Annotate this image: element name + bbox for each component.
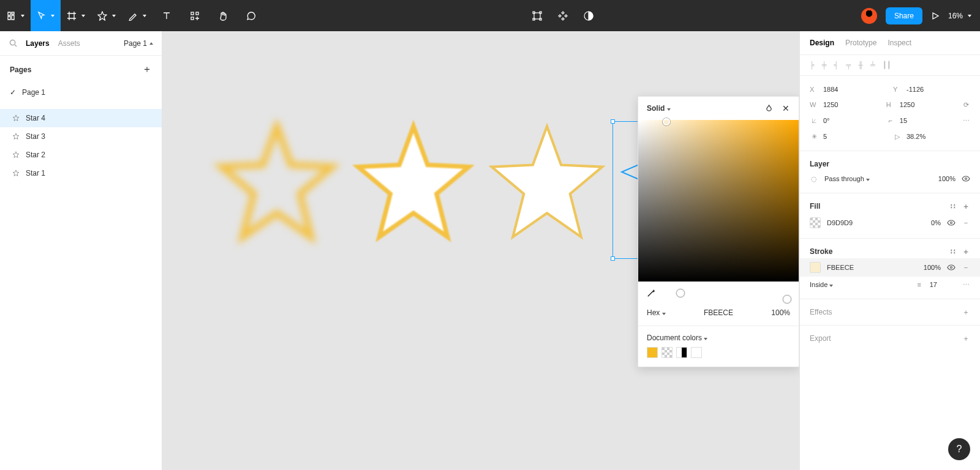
svg-rect-2 xyxy=(191,17,194,20)
left-panel: Layers Assets Page 1 Pages ＋ ✓Page 1 Sta… xyxy=(0,31,162,470)
stroke-hex-input[interactable]: FBEECE xyxy=(827,264,854,271)
stroke-swatch[interactable] xyxy=(810,262,821,273)
move-tool-button[interactable] xyxy=(31,0,61,31)
hand-tool-button[interactable] xyxy=(209,0,237,31)
svg-point-11 xyxy=(951,222,952,223)
stroke-visibility-icon[interactable] xyxy=(947,263,956,272)
stroke-opacity-input[interactable]: 100% xyxy=(924,264,941,271)
tab-assets[interactable]: Assets xyxy=(58,39,80,48)
canvas-star-3[interactable] xyxy=(483,120,611,248)
add-fill-icon[interactable]: ＋ xyxy=(962,203,970,211)
stroke-more-icon[interactable]: ⋯ xyxy=(962,280,970,289)
h-input[interactable]: 1250 xyxy=(900,101,944,108)
page-item[interactable]: ✓Page 1 xyxy=(0,83,162,102)
layer-item[interactable]: Star 3 xyxy=(0,127,162,146)
help-button[interactable]: ? xyxy=(948,438,970,460)
avatar[interactable] xyxy=(861,8,877,24)
doc-swatch[interactable] xyxy=(662,347,673,358)
frame-tool-button[interactable] xyxy=(61,0,91,31)
y-input[interactable]: -1126 xyxy=(907,86,951,93)
shape-tool-button[interactable] xyxy=(91,0,122,31)
points-input[interactable]: 5 xyxy=(823,133,867,140)
canvas-star-2[interactable] xyxy=(349,120,478,248)
tab-prototype[interactable]: Prototype xyxy=(845,39,876,47)
constrain-icon[interactable]: ⟳ xyxy=(963,100,970,109)
fill-style-icon[interactable]: ∷ xyxy=(949,202,957,211)
tab-design[interactable]: Design xyxy=(810,39,834,47)
add-effect-icon[interactable]: ＋ xyxy=(962,308,970,316)
doc-colors-label[interactable]: Document colors xyxy=(647,334,707,342)
search-icon[interactable] xyxy=(9,39,17,48)
fill-hex-input[interactable]: D9D9D9 xyxy=(827,219,853,226)
align-top-icon[interactable]: ╤ xyxy=(846,61,851,69)
visibility-icon[interactable] xyxy=(962,174,970,183)
align-bottom-icon[interactable]: ╧ xyxy=(870,61,875,69)
svg-point-9 xyxy=(10,40,15,45)
fill-type-select[interactable]: Solid xyxy=(647,104,671,113)
doc-swatch[interactable] xyxy=(647,347,658,358)
fill-visibility-icon[interactable] xyxy=(947,218,956,227)
add-stroke-icon[interactable]: ＋ xyxy=(962,247,970,256)
align-hcenter-icon[interactable]: ╪ xyxy=(822,61,827,69)
doc-swatch[interactable] xyxy=(691,347,702,358)
svg-point-10 xyxy=(965,178,967,180)
text-tool-button[interactable] xyxy=(153,0,181,31)
layer-item[interactable]: Star 2 xyxy=(0,146,162,164)
zoom-select[interactable]: 16% xyxy=(948,12,971,20)
add-page-button[interactable]: ＋ xyxy=(142,63,152,76)
blend-select[interactable]: Pass through xyxy=(824,175,870,182)
remove-fill-icon[interactable]: − xyxy=(962,218,970,227)
mask-icon[interactable] xyxy=(583,0,594,31)
w-input[interactable]: 1250 xyxy=(823,101,867,108)
right-panel: Design Prototype Inspect ╞ ╪ ╡ ╤ ╫ ╧ ┃┃ … xyxy=(799,31,980,470)
hex-input[interactable]: FBEECE xyxy=(671,308,767,317)
rotation-input[interactable]: 0° xyxy=(823,117,867,124)
ratio-input[interactable]: 38.2% xyxy=(907,133,951,140)
corner-icon: ⌐ xyxy=(886,116,895,125)
alpha-input[interactable]: 100% xyxy=(771,308,790,317)
corner-input[interactable]: 15 xyxy=(900,117,944,124)
stroke-position-select[interactable]: Inside xyxy=(810,281,833,288)
layer-item[interactable]: Star 4 xyxy=(0,109,162,127)
color-format-select[interactable]: Hex xyxy=(647,308,666,317)
color-field[interactable] xyxy=(638,120,799,282)
page-selector[interactable]: Page 1 xyxy=(124,39,153,48)
tab-layers[interactable]: Layers xyxy=(26,39,50,48)
pen-tool-button[interactable] xyxy=(122,0,153,31)
share-button[interactable]: Share xyxy=(886,7,922,24)
points-icon: ✳ xyxy=(810,132,818,141)
layer-item[interactable]: Star 1 xyxy=(0,164,162,182)
align-vcenter-icon[interactable]: ╫ xyxy=(858,61,863,69)
doc-swatch[interactable] xyxy=(676,347,687,358)
resources-button[interactable] xyxy=(181,0,209,31)
more-icon[interactable]: ⋯ xyxy=(963,116,970,125)
present-button[interactable] xyxy=(931,0,940,31)
distribute-icon[interactable]: ┃┃ xyxy=(883,61,891,69)
canvas[interactable]: Solid ✕ xyxy=(162,31,799,470)
fill-opacity-input[interactable]: 0% xyxy=(931,219,941,226)
select-group-icon[interactable] xyxy=(532,0,543,31)
eyedropper-button[interactable] xyxy=(647,289,655,297)
align-left-icon[interactable]: ╞ xyxy=(810,61,815,69)
fill-section-label: Fill xyxy=(810,202,820,211)
component-icon[interactable] xyxy=(557,0,568,31)
fill-swatch[interactable] xyxy=(810,217,821,228)
align-tools: ╞ ╪ ╡ ╤ ╫ ╧ ┃┃ xyxy=(800,55,980,76)
close-icon[interactable]: ✕ xyxy=(782,104,790,113)
tab-inspect[interactable]: Inspect xyxy=(888,39,911,47)
toolbar: Share 16% xyxy=(0,0,980,31)
add-export-icon[interactable]: ＋ xyxy=(962,334,970,343)
canvas-star-1[interactable] xyxy=(213,120,341,248)
blend-icon[interactable] xyxy=(764,104,773,113)
main-menu-button[interactable] xyxy=(0,0,31,31)
stroke-weight-input[interactable]: 17 xyxy=(930,281,937,288)
layer-section-label: Layer xyxy=(810,160,829,168)
export-section-label: Export xyxy=(810,334,831,343)
stroke-style-icon[interactable]: ∷ xyxy=(949,247,957,256)
svg-rect-1 xyxy=(196,12,198,15)
layer-opacity-input[interactable]: 100% xyxy=(938,175,956,182)
align-right-icon[interactable]: ╡ xyxy=(834,61,839,69)
remove-stroke-icon[interactable]: − xyxy=(962,263,970,272)
x-input[interactable]: 1884 xyxy=(823,86,867,93)
comment-tool-button[interactable] xyxy=(237,0,265,31)
